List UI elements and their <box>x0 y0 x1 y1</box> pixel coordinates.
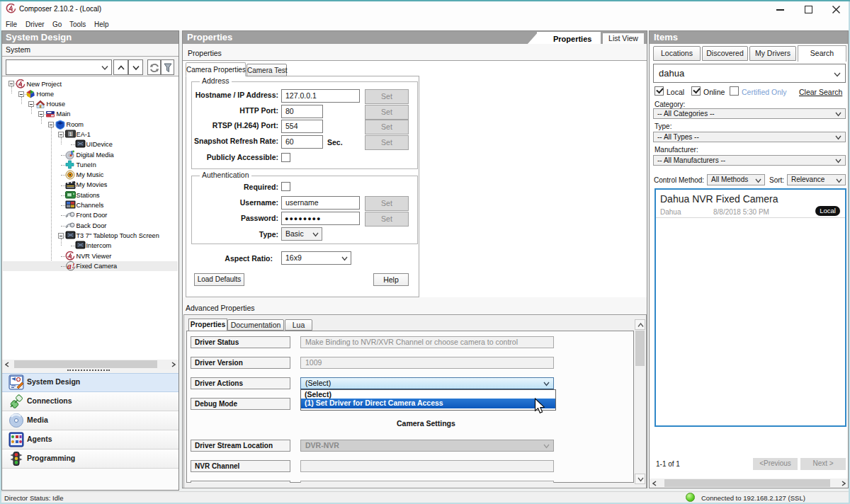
svg-text:!: ! <box>72 261 74 270</box>
svg-text:1: 1 <box>69 131 72 137</box>
svg-text:a: a <box>67 262 72 270</box>
